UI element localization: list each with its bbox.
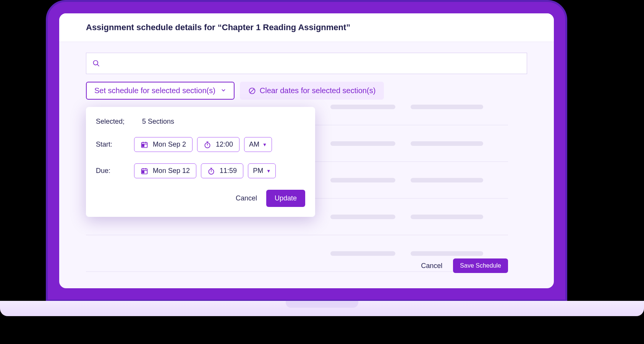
calendar-icon (141, 141, 148, 149)
start-row: Start: Mon Sep 2 12:00 AM (96, 137, 305, 152)
due-date-field[interactable]: Mon Sep 12 (134, 163, 196, 178)
selected-label: Selected; (96, 118, 125, 126)
due-time-field[interactable]: 11:59 (201, 163, 243, 178)
app-screen: Assignment schedule details for “Chapter… (59, 13, 554, 288)
popover-update-button[interactable]: Update (266, 190, 305, 207)
due-label: Due: (96, 167, 134, 175)
placeholder-bar (411, 251, 483, 256)
popover-cancel-button[interactable]: Cancel (236, 194, 257, 202)
placeholder-bar (330, 251, 395, 256)
placeholder-bar (330, 105, 395, 109)
svg-point-18 (209, 169, 214, 174)
schedule-popover: Selected; 5 Sections Start: Mon Sep 2 (86, 107, 315, 217)
svg-rect-5 (142, 145, 144, 147)
placeholder-bar (411, 105, 483, 109)
start-date-field[interactable]: Mon Sep 2 (134, 137, 193, 152)
start-ampm-select[interactable]: AM ▼ (244, 137, 272, 152)
due-ampm-select[interactable]: PM ▼ (248, 163, 276, 178)
dropdown-triangle-icon: ▼ (262, 142, 267, 147)
due-date-value: Mon Sep 12 (153, 167, 190, 175)
page-title: Assignment schedule details for “Chapter… (86, 23, 527, 32)
calendar-icon (141, 167, 148, 175)
laptop-notch (286, 301, 358, 308)
stopwatch-icon (207, 167, 215, 175)
search-icon (92, 60, 100, 67)
content-area: Set schedule for selected section(s) Cle… (59, 42, 554, 100)
svg-point-9 (205, 143, 210, 148)
placeholder-bar (411, 215, 483, 219)
popover-footer: Cancel Update (96, 190, 305, 207)
due-ampm-value: PM (253, 167, 263, 175)
placeholder-bar (330, 215, 395, 219)
search-input[interactable] (86, 53, 527, 74)
save-schedule-button[interactable]: Save Schedule (453, 258, 508, 273)
laptop-frame: Assignment schedule details for “Chapter… (46, 0, 567, 302)
start-ampm-value: AM (249, 141, 259, 149)
start-time-value: 12:00 (216, 141, 233, 149)
stopwatch-icon (204, 141, 211, 149)
placeholder-bar (330, 141, 395, 146)
selected-count: 5 Sections (142, 118, 174, 126)
placeholder-bar (411, 141, 483, 146)
placeholder-bar (411, 178, 483, 182)
page-cancel-button[interactable]: Cancel (421, 262, 442, 270)
dropdown-triangle-icon: ▼ (266, 168, 271, 174)
start-date-value: Mon Sep 2 (153, 141, 186, 149)
placeholder-bar (330, 178, 395, 182)
popover-header: Selected; 5 Sections (96, 118, 305, 126)
svg-rect-14 (142, 171, 144, 173)
page-header: Assignment schedule details for “Chapter… (59, 13, 554, 42)
svg-point-0 (94, 61, 98, 65)
due-time-value: 11:59 (220, 167, 237, 175)
page-footer: Cancel Save Schedule (421, 258, 508, 273)
due-row: Due: Mon Sep 12 11:59 PM (96, 163, 305, 178)
svg-line-1 (97, 65, 99, 66)
start-label: Start: (96, 141, 134, 149)
start-time-field[interactable]: 12:00 (197, 137, 239, 152)
